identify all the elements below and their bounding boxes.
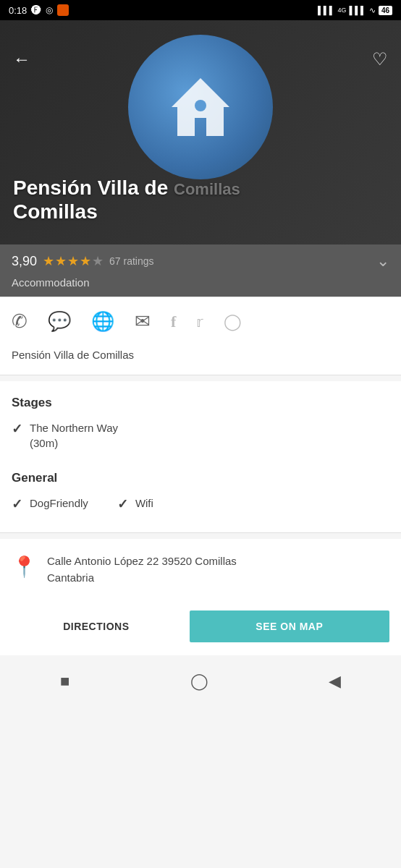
facebook-status-icon: 🅕 [31, 4, 41, 16]
place-name-row: Pensión Villa de Comillas [0, 346, 401, 375]
status-icon-1: ◎ [46, 5, 53, 15]
status-icon-2 [57, 4, 69, 16]
expand-icon[interactable]: ⌄ [376, 252, 389, 271]
back-button[interactable]: ← [13, 49, 30, 69]
divider-3 [0, 532, 401, 533]
star-empty: ★ [92, 253, 104, 269]
star-1: ★ [43, 253, 54, 269]
hotel-name-line2: Comillas [13, 200, 358, 224]
buttons-row: DIRECTIONS SEE ON MAP [0, 600, 401, 655]
shadow-text: Comillas [174, 180, 240, 198]
ratings-left: 3,90 ★ ★ ★ ★ ★ 67 ratings [12, 253, 154, 269]
address-line1: Calle Antonio López 22 39520 Comillas Ca… [47, 555, 237, 584]
ratings-section: 3,90 ★ ★ ★ ★ ★ 67 ratings ⌄ [0, 244, 401, 275]
house-icon [164, 71, 237, 143]
signal-icon: ▌▌▌ [318, 6, 334, 14]
instagram-icon[interactable]: ◯ [224, 312, 242, 331]
general-title: General [12, 471, 389, 485]
divider-2 [0, 375, 401, 375]
general-name-2: Wifi [135, 495, 153, 511]
stage-name-1: The Northern Way(30m) [30, 420, 118, 451]
general-item-1: ✓ DogFriendly [12, 495, 88, 512]
stages-section: Stages ✓ The Northern Way(30m) [0, 381, 401, 471]
email-icon[interactable]: ✉ [135, 310, 151, 333]
category-row: Accommodation [0, 275, 401, 297]
see-on-map-button[interactable]: SEE ON MAP [190, 610, 389, 642]
data-icon: 4G [337, 7, 346, 14]
check-icon-1: ✓ [12, 421, 22, 437]
signal-icon-2: ▌▌▌ [349, 6, 366, 14]
star-2: ★ [55, 253, 67, 269]
ratings-count: 67 ratings [109, 255, 153, 267]
battery-display: 46 [379, 6, 392, 15]
address-text-1: Calle Antonio López 22 39520 Comillas [47, 555, 237, 567]
whatsapp-icon[interactable]: 💬 [48, 310, 71, 333]
check-icon-3: ✓ [117, 496, 128, 512]
twitter-icon[interactable]: 𝕣 [196, 313, 203, 331]
hotel-name-line1: Pensión Villa de Comillas [13, 176, 358, 200]
general-item-2: ✓ Wifi [117, 495, 153, 512]
favorite-button[interactable]: ♡ [372, 49, 388, 69]
stars-display: ★ ★ ★ ★ ★ [43, 253, 104, 269]
wifi-icon: ∿ [369, 6, 376, 15]
time-display: 0:18 [9, 5, 27, 16]
address-section: 📍 Calle Antonio López 22 39520 Comillas … [0, 539, 401, 600]
contact-section: ✆ 💬 🌐 ✉ f 𝕣 ◯ [0, 297, 401, 346]
bottom-nav: ■ ◯ ◀ [0, 661, 401, 702]
status-bar: 0:18 🅕 ◎ ▌▌▌ 4G ▌▌▌ ∿ 46 [0, 0, 401, 20]
title-line1-text: Pensión Villa de [13, 176, 168, 199]
phone-icon[interactable]: ✆ [12, 310, 28, 333]
hero-title: Pensión Villa de Comillas Comillas [13, 176, 358, 224]
rating-score: 3,90 [12, 254, 37, 269]
hero-circle [128, 35, 273, 179]
star-3: ★ [67, 253, 79, 269]
place-name-text: Pensión Villa de Comillas [12, 349, 134, 361]
address-text-2: Cantabria [47, 571, 94, 584]
category-label: Accommodation [12, 276, 90, 289]
general-name-1: DogFriendly [30, 495, 88, 511]
general-row: ✓ DogFriendly ✓ Wifi [12, 495, 389, 518]
check-icon-2: ✓ [12, 496, 22, 512]
nav-back-icon[interactable]: ◀ [329, 672, 341, 691]
address-text-block: Calle Antonio López 22 39520 Comillas Ca… [47, 553, 237, 586]
directions-button[interactable]: DIRECTIONS [12, 610, 181, 642]
location-pin-icon: 📍 [12, 555, 37, 579]
status-right: ▌▌▌ 4G ▌▌▌ ∿ 46 [318, 6, 392, 15]
stages-title: Stages [12, 396, 389, 410]
facebook-icon[interactable]: f [171, 312, 176, 331]
hero-section: ← ♡ Pensión Villa de Comillas Comillas [0, 20, 401, 244]
stage-item-1: ✓ The Northern Way(30m) [12, 420, 389, 451]
web-icon[interactable]: 🌐 [91, 310, 114, 333]
svg-point-1 [195, 100, 206, 111]
nav-stop-icon[interactable]: ■ [60, 672, 69, 691]
star-half: ★ [80, 253, 91, 269]
nav-home-icon[interactable]: ◯ [190, 672, 208, 691]
status-left: 0:18 🅕 ◎ [9, 4, 69, 16]
general-section: General ✓ DogFriendly ✓ Wifi [0, 471, 401, 532]
